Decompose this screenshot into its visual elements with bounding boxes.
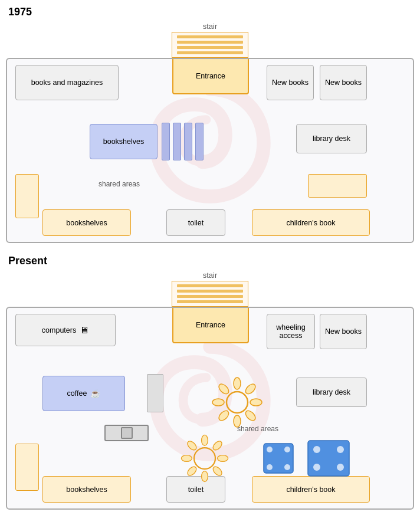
svg-point-3 (250, 399, 262, 406)
computer-icon: 🖥 (80, 325, 89, 336)
stair-label-1975: stair (203, 22, 218, 31)
library-desk-1975: library desk (296, 124, 367, 153)
shared-area-left (15, 174, 39, 218)
shelf-line (195, 123, 204, 160)
wheeling-access-room: wheeling access (267, 314, 315, 349)
svg-point-4 (244, 409, 257, 422)
childrens-book-1975: children's book (252, 209, 370, 236)
bookshelves-orange-present: bookshelves (42, 476, 131, 503)
svg-rect-23 (308, 441, 349, 476)
floor-inner-present: Entrance computers 🖥 wheeling access New… (7, 308, 413, 508)
new-books-present-room: New books (320, 314, 367, 349)
svg-point-25 (337, 464, 344, 471)
stair-line (177, 290, 243, 293)
svg-point-17 (186, 439, 198, 451)
shelf-line (173, 123, 181, 160)
stair-line (177, 295, 243, 298)
svg-point-21 (284, 447, 290, 452)
svg-point-9 (194, 448, 215, 469)
entrance-1975: Entrance (172, 59, 249, 94)
bench-shape (104, 425, 149, 441)
stair-line (177, 300, 243, 303)
svg-point-12 (218, 455, 228, 462)
svg-point-11 (211, 439, 223, 451)
svg-point-24 (313, 446, 320, 453)
svg-point-15 (186, 465, 198, 477)
svg-point-7 (212, 399, 224, 406)
shared-area-right (308, 174, 367, 198)
svg-point-27 (313, 464, 320, 471)
stair-label-present: stair (203, 271, 218, 280)
stair-line (177, 284, 243, 287)
shared-areas-label-1975: shared areas (99, 180, 140, 188)
shelf-line (162, 123, 170, 160)
svg-point-8 (217, 382, 231, 396)
floor-plan-1975: Entrance books and magazines New books N… (6, 58, 414, 243)
entrance-present: Entrance (172, 308, 249, 343)
coffee-room: coffee ☕ (42, 376, 125, 411)
books-magazines-room: books and magazines (15, 65, 119, 100)
section-1975: 1975 stair Entrance books and mag (6, 6, 414, 243)
library-desk-present: library desk (296, 378, 367, 407)
stair-line (177, 41, 243, 44)
floor-inner-1975: Entrance books and magazines New books N… (7, 59, 413, 242)
svg-point-2 (244, 382, 257, 396)
stair-wrapper-1975: stair (6, 22, 414, 58)
shared-area-left-present (15, 444, 39, 491)
stair-line (177, 46, 243, 49)
toilet-1975: toilet (166, 209, 225, 236)
section-present: Present stair Entrance computers (6, 255, 414, 510)
new-books-1-room: New books (267, 65, 314, 100)
stair-line (177, 35, 243, 38)
sun-decoration (208, 373, 267, 432)
stair-wrapper-present: stair (6, 271, 414, 307)
shelf-lines-1975 (162, 123, 204, 160)
svg-point-1 (234, 378, 241, 389)
svg-point-14 (202, 471, 208, 482)
svg-point-16 (181, 455, 192, 462)
new-books-2-room: New books (320, 65, 367, 100)
blue-squares (261, 435, 355, 482)
svg-point-22 (267, 464, 273, 470)
svg-point-19 (267, 447, 273, 452)
computers-room: computers 🖥 (15, 314, 116, 346)
svg-point-5 (234, 415, 241, 427)
svg-point-10 (202, 435, 208, 445)
sun-decoration-2 (178, 432, 231, 485)
svg-point-20 (284, 464, 290, 470)
svg-point-13 (211, 465, 223, 477)
svg-point-6 (217, 409, 231, 422)
stair-line (177, 51, 243, 54)
coffee-icon: ☕ (90, 389, 100, 398)
title-1975: 1975 (6, 6, 414, 18)
shelf-line (184, 123, 192, 160)
bookshelves-blue-room: bookshelves (90, 124, 158, 159)
small-vertical-rect (147, 374, 163, 412)
floor-plan-present: Entrance computers 🖥 wheeling access New… (6, 307, 414, 510)
svg-point-0 (227, 392, 248, 413)
title-present: Present (6, 255, 414, 267)
bookshelves-orange-1975: bookshelves (42, 209, 131, 236)
svg-point-26 (337, 446, 344, 453)
